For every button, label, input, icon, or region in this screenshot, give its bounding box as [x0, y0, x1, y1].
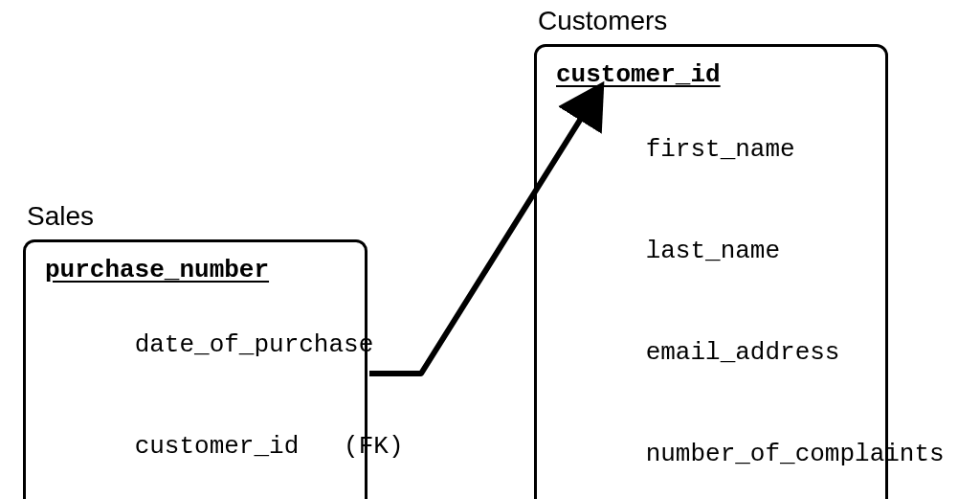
attr-name: number_of_complaints	[646, 440, 945, 468]
attr-customers-2: email_address	[556, 309, 866, 396]
attr-name: last_name	[646, 237, 780, 265]
pk-customers: customer_id	[556, 60, 721, 89]
attr-customers-1: last_name	[556, 208, 866, 294]
entity-box-customers: customer_id first_name last_name email_a…	[534, 44, 888, 499]
attr-name: first_name	[646, 135, 795, 164]
entity-title-sales: Sales	[23, 201, 368, 232]
attr-name: customer_id	[135, 432, 300, 461]
entity-title-customers: Customers	[534, 6, 888, 36]
attr-sales-0: date_of_purchase	[45, 302, 345, 388]
attr-sales-1: customer_id (FK)	[45, 403, 345, 489]
attr-name: date_of_purchase	[135, 330, 374, 359]
entity-customers: Customers customer_id first_name last_na…	[534, 6, 888, 499]
pk-sales: purchase_number	[45, 256, 269, 284]
fk-marker: (FK)	[299, 432, 403, 461]
attr-customers-0: first_name	[556, 106, 866, 193]
attr-name: email_address	[646, 338, 840, 367]
attr-customers-3: number_of_complaints	[556, 411, 866, 497]
entity-sales: Sales purchase_number date_of_purchase c…	[23, 201, 368, 499]
entity-box-sales: purchase_number date_of_purchase custome…	[23, 239, 368, 499]
